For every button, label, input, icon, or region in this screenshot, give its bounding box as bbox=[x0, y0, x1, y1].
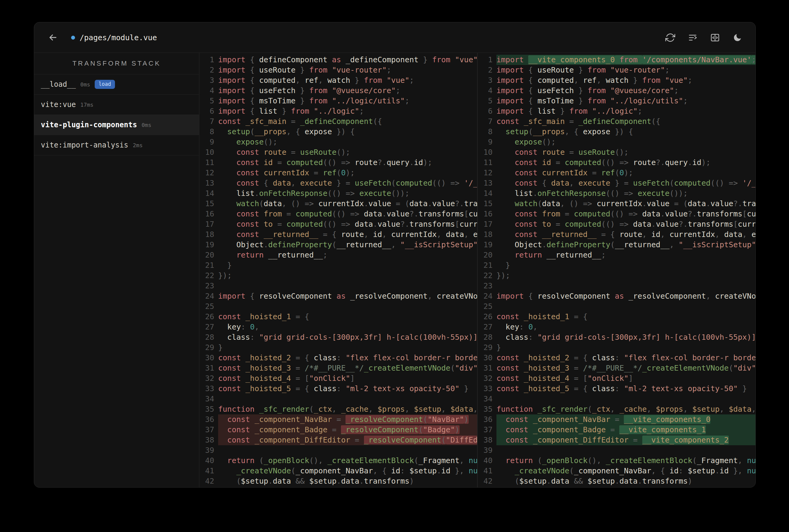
code-line: 29} bbox=[478, 342, 755, 353]
code-line: 17 const to = computed(() => data.value?… bbox=[478, 219, 755, 229]
code-line: 25 bbox=[199, 301, 477, 312]
line-number: 3 bbox=[478, 75, 496, 86]
code-line: 3import { computed, ref, watch } from "v… bbox=[199, 75, 477, 86]
line-number: 41 bbox=[199, 466, 218, 476]
dark-mode-button[interactable] bbox=[731, 31, 744, 44]
line-number: 38 bbox=[478, 435, 496, 445]
code-line: 11 const id = computed(() => route?.quer… bbox=[199, 157, 477, 168]
plugin-name: vite-plugin-components bbox=[41, 120, 137, 129]
line-number: 25 bbox=[199, 301, 218, 312]
back-icon bbox=[48, 32, 58, 43]
line-number: 7 bbox=[478, 116, 496, 127]
code-line: 30const _hoisted_2 = { class: "flex flex… bbox=[478, 353, 755, 363]
code-line: 21 } bbox=[199, 260, 477, 270]
code-line: 5import { msToTime } from "../logic/util… bbox=[478, 96, 755, 106]
line-number: 2 bbox=[478, 65, 496, 75]
code-line: 4import { useFetch } from "@vueuse/core"… bbox=[478, 86, 755, 96]
line-number: 2 bbox=[199, 65, 218, 75]
line-number: 19 bbox=[199, 240, 218, 250]
code-line: 15 watch(data, () => currentIdx.value = … bbox=[199, 198, 477, 209]
code-line: 24import { resolveComponent as _resolveC… bbox=[199, 291, 477, 301]
line-number: 6 bbox=[199, 106, 218, 116]
code-line: 32const _hoisted_4 = ["onClick"] bbox=[199, 373, 477, 384]
line-number: 23 bbox=[199, 281, 218, 291]
sidebar-item-vite-import-analysis[interactable]: vite:import-analysis 2ms bbox=[34, 135, 199, 155]
line-number: 31 bbox=[478, 363, 496, 373]
code-line: 6import { list } from "../logic"; bbox=[478, 106, 755, 116]
line-number: 19 bbox=[478, 240, 496, 250]
code-line: 26const _hoisted_1 = { bbox=[478, 312, 755, 322]
sidebar-item-load[interactable]: __load__ 0ms load bbox=[34, 74, 199, 95]
sidebar-title: TRANSFORM STACK bbox=[34, 53, 199, 74]
code-line: 31const _hoisted_3 = /*#__PURE__*/_creat… bbox=[199, 363, 477, 373]
sidebar-item-vite-plugin-components[interactable]: vite-plugin-components 0ms bbox=[34, 115, 199, 135]
line-number: 12 bbox=[478, 168, 496, 178]
code-line: 34 bbox=[478, 394, 755, 404]
line-number: 42 bbox=[478, 476, 496, 486]
line-number: 10 bbox=[478, 147, 496, 157]
code-line: 39 bbox=[199, 445, 477, 456]
code-line: 34 bbox=[199, 394, 477, 404]
line-number: 6 bbox=[478, 106, 496, 116]
code-line: 40 return (_openBlock(), _createElementB… bbox=[478, 456, 755, 466]
code-line: 24import { resolveComponent as _resolveC… bbox=[478, 291, 755, 301]
line-number: 39 bbox=[199, 445, 218, 456]
split-view-icon bbox=[710, 33, 720, 43]
plugin-name: vite:import-analysis bbox=[41, 141, 128, 149]
code-line: 8 setup(__props, { expose }) { bbox=[478, 127, 755, 137]
line-number: 29 bbox=[478, 342, 496, 353]
code-line: 31const _hoisted_3 = /*#__PURE__*/_creat… bbox=[478, 363, 755, 373]
line-number: 18 bbox=[199, 229, 218, 240]
code-line: 23 bbox=[478, 281, 755, 291]
line-number: 21 bbox=[478, 260, 496, 270]
code-line: 10 const route = useRoute(); bbox=[478, 147, 755, 157]
diff-view: 1import { defineComponent as _defineComp… bbox=[199, 53, 755, 487]
line-number: 5 bbox=[478, 96, 496, 106]
line-number: 38 bbox=[199, 435, 218, 445]
code-line: 42 ($setup.data && $setup.data.transform… bbox=[199, 476, 477, 486]
line-number: 5 bbox=[199, 96, 218, 106]
back-button[interactable] bbox=[46, 31, 60, 44]
line-number: 20 bbox=[199, 250, 218, 260]
code-line: 3import { computed, ref, watch } from "v… bbox=[478, 75, 755, 86]
line-number: 23 bbox=[478, 281, 496, 291]
code-line: 2import { useRoute } from "vue-router"; bbox=[199, 65, 477, 75]
code-pane-before[interactable]: 1import { defineComponent as _defineComp… bbox=[199, 53, 478, 487]
line-number: 27 bbox=[478, 322, 496, 332]
line-number: 16 bbox=[478, 209, 496, 219]
line-number: 7 bbox=[199, 116, 218, 127]
line-number: 36 bbox=[199, 414, 218, 425]
code-line: 32const _hoisted_4 = ["onClick"] bbox=[478, 373, 755, 384]
split-view-button[interactable] bbox=[708, 31, 721, 44]
sidebar-item-vite-vue[interactable]: vite:vue 17ms bbox=[34, 95, 199, 115]
code-line: 40 return (_openBlock(), _createElementB… bbox=[199, 456, 477, 466]
line-number: 15 bbox=[199, 198, 218, 209]
line-number: 14 bbox=[199, 188, 218, 198]
line-number: 35 bbox=[199, 404, 218, 414]
line-number: 36 bbox=[478, 414, 496, 425]
line-number: 24 bbox=[478, 291, 496, 301]
line-number: 40 bbox=[199, 456, 218, 466]
line-number: 3 bbox=[199, 75, 218, 86]
line-number: 40 bbox=[478, 456, 496, 466]
line-number: 18 bbox=[478, 229, 496, 240]
code-line: 35function _sfc_render(_ctx, _cache, $pr… bbox=[478, 404, 755, 414]
code-line: 37 const _component_Badge = __vite_compo… bbox=[478, 425, 755, 435]
code-line: 36 const _component_NavBar = __vite_comp… bbox=[478, 414, 755, 425]
line-number: 9 bbox=[478, 137, 496, 147]
code-line: 11 const id = computed(() => route?.quer… bbox=[478, 157, 755, 168]
code-line: 10 const route = useRoute(); bbox=[199, 147, 477, 157]
line-number: 28 bbox=[199, 332, 218, 342]
line-number: 1 bbox=[199, 55, 218, 65]
code-line: 20 return __returned__; bbox=[478, 250, 755, 260]
code-line: 30const _hoisted_2 = { class: "flex flex… bbox=[199, 353, 477, 363]
code-line: 39 bbox=[478, 445, 755, 456]
plugin-name: vite:vue bbox=[41, 100, 76, 109]
wrap-lines-button[interactable] bbox=[686, 31, 699, 44]
code-pane-after[interactable]: 1import __vite_components_0 from '/compo… bbox=[478, 53, 755, 487]
code-line: 4import { useFetch } from "@vueuse/core"… bbox=[199, 86, 477, 96]
code-line: 33const _hoisted_5 = { class: "ml-2 text… bbox=[478, 384, 755, 394]
refresh-button[interactable] bbox=[663, 31, 677, 44]
line-number: 30 bbox=[199, 353, 218, 363]
line-number: 13 bbox=[478, 178, 496, 188]
